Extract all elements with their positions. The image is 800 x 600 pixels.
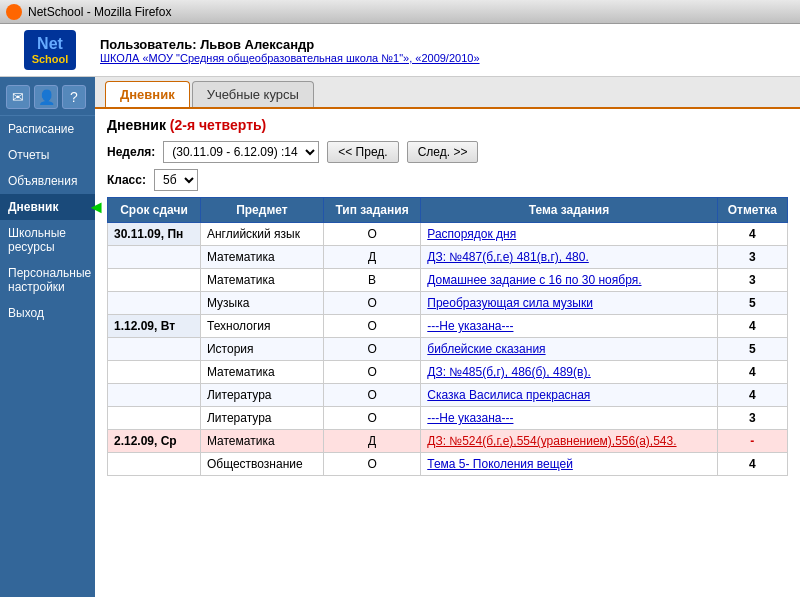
subject-cell: Математика (200, 361, 323, 384)
topic-cell[interactable]: Преобразующая сила музыки (421, 292, 717, 315)
sidebar: ✉ 👤 ? Расписание Отчеты Объявления Дневн… (0, 77, 95, 597)
week-select[interactable]: (30.11.09 - 6.12.09) :14 (163, 141, 319, 163)
date-cell: 2.12.09, Ср (108, 430, 201, 453)
diary-table: Срок сдачи Предмет Тип задания Тема зада… (107, 197, 788, 476)
sidebar-item-announcements[interactable]: Объявления (0, 168, 95, 194)
date-cell (108, 384, 201, 407)
score-cell: 3 (717, 407, 787, 430)
topic-cell[interactable]: ДЗ: №524(б,г,е),554(уравнением),556(а),5… (421, 430, 717, 453)
topic-cell[interactable]: Распорядок дня (421, 223, 717, 246)
topic-cell[interactable]: ДЗ: №485(б,г), 486(б), 489(в). (421, 361, 717, 384)
topic-cell[interactable]: ДЗ: №487(б,г,е) 481(в,г), 480. (421, 246, 717, 269)
date-cell (108, 407, 201, 430)
class-controls: Класс: 5б (107, 169, 788, 191)
sidebar-item-logout[interactable]: Выход (0, 300, 95, 326)
score-cell: 5 (717, 292, 787, 315)
score-cell: 3 (717, 246, 787, 269)
subject-cell: Английский язык (200, 223, 323, 246)
week-label: Неделя: (107, 145, 155, 159)
table-row: ЛитератураОСказка Василиса прекрасная4 (108, 384, 788, 407)
table-row: ЛитератураО---Не указана---3 (108, 407, 788, 430)
diary-quarter: (2-я четверть) (170, 117, 266, 133)
diary-page-title: Дневник (2-я четверть) (107, 117, 788, 133)
active-arrow-icon: ◄ (87, 197, 105, 218)
topic-cell[interactable]: Сказка Василиса прекрасная (421, 384, 717, 407)
sidebar-item-resources[interactable]: Школьные ресурсы (0, 220, 95, 260)
date-cell: 30.11.09, Пн (108, 223, 201, 246)
topic-cell[interactable]: Тема 5- Поколения вещей (421, 453, 717, 476)
school-link[interactable]: ШКОЛА «МОУ "Средняя общеобразовательная … (100, 52, 790, 64)
layout: ✉ 👤 ? Расписание Отчеты Объявления Дневн… (0, 77, 800, 597)
score-cell: 4 (717, 384, 787, 407)
sidebar-item-settings[interactable]: Персональные настройки (0, 260, 95, 300)
titlebar: NetSchool - Mozilla Firefox (0, 0, 800, 24)
sidebar-icons: ✉ 👤 ? (0, 81, 95, 116)
tab-courses[interactable]: Учебные курсы (192, 81, 314, 107)
table-row: МузыкаОПреобразующая сила музыки5 (108, 292, 788, 315)
date-cell (108, 361, 201, 384)
window-title: NetSchool - Mozilla Firefox (28, 5, 171, 19)
score-cell: - (717, 430, 787, 453)
score-cell: 4 (717, 361, 787, 384)
table-row: 1.12.09, ВтТехнологияО---Не указана---4 (108, 315, 788, 338)
score-cell: 3 (717, 269, 787, 292)
table-row: ИсторияОбиблейские сказания5 (108, 338, 788, 361)
sidebar-item-diary[interactable]: Дневник ◄ (0, 194, 95, 220)
sidebar-label-schedule: Расписание (8, 122, 74, 136)
help-icon[interactable]: ? (62, 85, 86, 109)
user-icon[interactable]: 👤 (34, 85, 58, 109)
mail-icon[interactable]: ✉ (6, 85, 30, 109)
diary-title-text: Дневник (107, 117, 166, 133)
class-label: Класс: (107, 173, 146, 187)
subject-cell: Обществознание (200, 453, 323, 476)
sidebar-item-reports[interactable]: Отчеты (0, 142, 95, 168)
topic-cell[interactable]: ---Не указана--- (421, 407, 717, 430)
table-row: 30.11.09, ПнАнглийский языкОРаспорядок д… (108, 223, 788, 246)
table-row: 2.12.09, СрМатематикаДДЗ: №524(б,г,е),55… (108, 430, 788, 453)
diary-rows: 30.11.09, ПнАнглийский языкОРаспорядок д… (108, 223, 788, 476)
score-cell: 4 (717, 223, 787, 246)
logo: Net School (24, 30, 77, 70)
topic-cell[interactable]: ---Не указана--- (421, 315, 717, 338)
diary-content: Дневник (2-я четверть) Неделя: (30.11.09… (95, 109, 800, 484)
topic-cell[interactable]: библейские сказания (421, 338, 717, 361)
type-cell: О (323, 223, 420, 246)
sidebar-item-schedule[interactable]: Расписание (0, 116, 95, 142)
logo-school: School (32, 53, 69, 66)
type-cell: О (323, 407, 420, 430)
sidebar-label-logout: Выход (8, 306, 44, 320)
tab-courses-label: Учебные курсы (207, 87, 299, 102)
subject-cell: Технология (200, 315, 323, 338)
table-row: МатематикаВДомашнее задание с 16 по 30 н… (108, 269, 788, 292)
type-cell: О (323, 384, 420, 407)
subject-cell: Математика (200, 430, 323, 453)
table-row: ОбществознаниеОТема 5- Поколения вещей4 (108, 453, 788, 476)
date-cell: 1.12.09, Вт (108, 315, 201, 338)
subject-cell: Литература (200, 384, 323, 407)
tabs-bar: Дневник Учебные курсы (95, 77, 800, 109)
type-cell: Д (323, 246, 420, 269)
sidebar-label-reports: Отчеты (8, 148, 49, 162)
subject-cell: Литература (200, 407, 323, 430)
date-cell (108, 453, 201, 476)
topic-cell[interactable]: Домашнее задание с 16 по 30 ноября. (421, 269, 717, 292)
subject-cell: Музыка (200, 292, 323, 315)
col-date: Срок сдачи (108, 198, 201, 223)
col-subject: Предмет (200, 198, 323, 223)
type-cell: Д (323, 430, 420, 453)
date-cell (108, 338, 201, 361)
type-cell: О (323, 453, 420, 476)
col-topic: Тема задания (421, 198, 717, 223)
subject-cell: Математика (200, 269, 323, 292)
type-cell: О (323, 338, 420, 361)
col-type: Тип задания (323, 198, 420, 223)
table-row: МатематикаДДЗ: №487(б,г,е) 481(в,г), 480… (108, 246, 788, 269)
prev-button[interactable]: << Пред. (327, 141, 398, 163)
sidebar-label-resources: Школьные ресурсы (8, 226, 66, 254)
class-select[interactable]: 5б (154, 169, 198, 191)
week-controls: Неделя: (30.11.09 - 6.12.09) :14 << Пред… (107, 141, 788, 163)
logo-net: Net (37, 34, 63, 53)
table-row: МатематикаОДЗ: №485(б,г), 486(б), 489(в)… (108, 361, 788, 384)
next-button[interactable]: След. >> (407, 141, 479, 163)
tab-diary[interactable]: Дневник (105, 81, 190, 107)
